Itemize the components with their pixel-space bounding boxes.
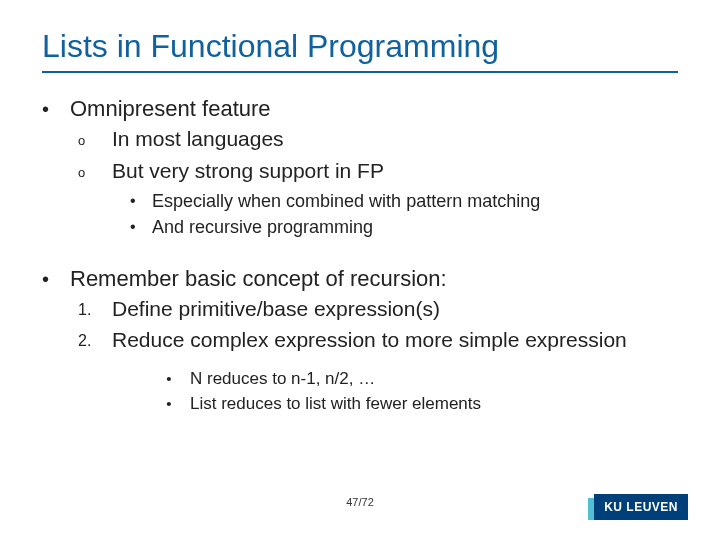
list-item: • And recursive programming (130, 215, 678, 239)
bullet-text: Omnipresent feature (70, 95, 271, 123)
bullet-text: In most languages (112, 125, 284, 155)
bullet-dot-icon: • (130, 189, 152, 213)
bullet-text: Especially when combined with pattern ma… (152, 189, 540, 213)
bullet-circle-icon: o (78, 125, 112, 155)
bullet-level-1: 1. Define primitive/base expression(s) 2… (78, 295, 678, 355)
list-item: 2. Reduce complex expression to more sim… (78, 326, 678, 355)
bullet-text: N reduces to n-1, n/2, … (190, 367, 375, 390)
number-marker: 2. (78, 326, 112, 355)
list-item: o But very strong support in FP (78, 157, 678, 187)
list-item: • Especially when combined with pattern … (130, 189, 678, 213)
list-item: 1. Define primitive/base expression(s) (78, 295, 678, 324)
bullet-dot-icon: • (130, 215, 152, 239)
bullet-text: And recursive programming (152, 215, 373, 239)
bullet-level-2: • Especially when combined with pattern … (130, 189, 678, 239)
bullet-level-0: • Omnipresent feature (42, 95, 678, 123)
bullet-dot-icon: • (148, 392, 190, 415)
bullet-dot-icon: • (42, 95, 70, 123)
bullet-text: List reduces to list with fewer elements (190, 392, 481, 415)
bullet-level-0: • Remember basic concept of recursion: (42, 265, 678, 293)
kuleuven-logo: KU LEUVEN (594, 494, 688, 520)
list-item: • N reduces to n-1, n/2, … (148, 367, 678, 390)
bullet-level-3: • N reduces to n-1, n/2, … • List reduce… (148, 367, 678, 415)
bullet-dot-icon: • (148, 367, 190, 390)
bullet-text: Remember basic concept of recursion: (70, 265, 447, 293)
spacer (42, 241, 678, 265)
spacer (42, 357, 678, 367)
bullet-text: Define primitive/base expression(s) (112, 295, 440, 324)
list-item: • Omnipresent feature (42, 95, 678, 123)
bullet-circle-icon: o (78, 157, 112, 187)
bullet-text: Reduce complex expression to more simple… (112, 326, 627, 355)
bullet-level-1: o In most languages o But very strong su… (78, 125, 678, 187)
slide-content: • Omnipresent feature o In most language… (42, 95, 678, 415)
number-marker: 1. (78, 295, 112, 324)
list-item: o In most languages (78, 125, 678, 155)
bullet-dot-icon: • (42, 265, 70, 293)
bullet-text: But very strong support in FP (112, 157, 384, 187)
slide: Lists in Functional Programming • Omnipr… (0, 0, 720, 415)
list-item: • Remember basic concept of recursion: (42, 265, 678, 293)
list-item: • List reduces to list with fewer elemen… (148, 392, 678, 415)
slide-title: Lists in Functional Programming (42, 28, 678, 73)
